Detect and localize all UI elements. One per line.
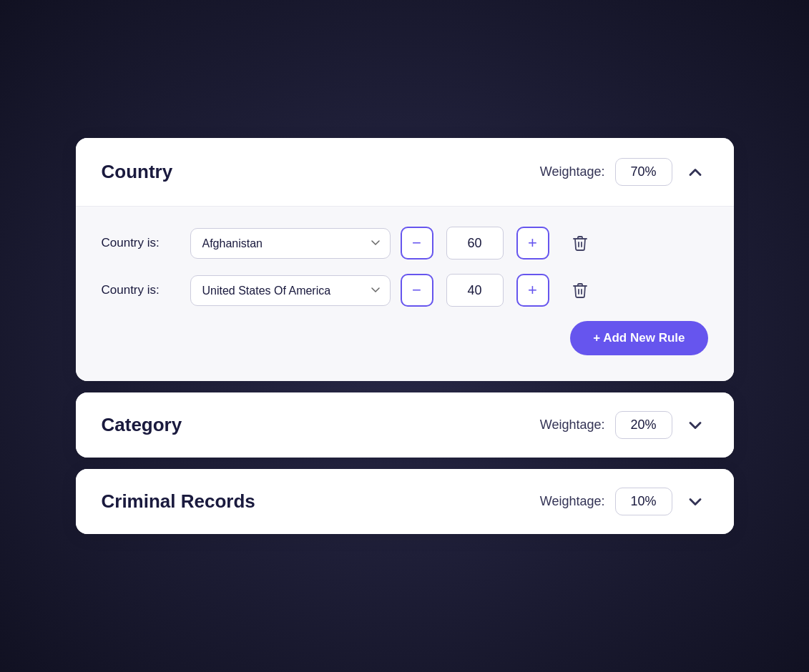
minus-icon-2: − — [412, 281, 421, 300]
country-card-header: Country Weightage: 70% — [76, 138, 734, 206]
rule-1-country-select[interactable]: Afghanistan United States Of America Can… — [190, 228, 391, 259]
category-weightage-label: Weightage: — [540, 417, 605, 433]
criminal-records-weightage-label: Weightage: — [540, 494, 605, 509]
country-card-body: Country is: Afghanistan United States Of… — [76, 206, 734, 381]
country-weightage-label: Weightage: — [540, 164, 605, 179]
add-new-rule-button[interactable]: + Add New Rule — [570, 321, 707, 355]
country-weightage-row: Weightage: 70% — [540, 158, 708, 186]
plus-icon-2: + — [528, 281, 537, 300]
rule-1-delete-button[interactable] — [564, 227, 597, 260]
rule-1-decrement-button[interactable]: − — [401, 227, 433, 260]
rule-row-2: Country is: Afghanistan United States Of… — [102, 274, 708, 307]
rule-2-decrement-button[interactable]: − — [401, 274, 433, 307]
rule-2-label: Country is: — [102, 283, 180, 297]
criminal-records-expand-button[interactable] — [682, 489, 708, 515]
criminal-records-card-title: Criminal Records — [102, 490, 255, 513]
rule-row-1: Country is: Afghanistan United States Of… — [102, 227, 708, 260]
criminal-records-weightage-row: Weightage: 10% — [540, 488, 708, 515]
category-card-header: Category Weightage: 20% — [76, 392, 734, 458]
rule-2-increment-button[interactable]: + — [516, 274, 549, 307]
category-card: Category Weightage: 20% — [76, 392, 734, 458]
criminal-records-card-header: Criminal Records Weightage: 10% — [76, 469, 734, 534]
minus-icon: − — [412, 234, 421, 252]
category-weightage-value: 20% — [615, 411, 672, 439]
rule-1-count-value: 60 — [446, 227, 504, 260]
category-expand-button[interactable] — [682, 412, 708, 438]
add-rule-row: + Add New Rule — [102, 321, 708, 355]
country-card: Country Weightage: 70% Country is: Afgha… — [76, 138, 734, 381]
rule-2-count-value: 40 — [446, 274, 504, 307]
category-weightage-row: Weightage: 20% — [540, 411, 708, 439]
criminal-records-card: Criminal Records Weightage: 10% — [76, 469, 734, 534]
plus-icon: + — [528, 234, 537, 252]
country-collapse-button[interactable] — [682, 159, 708, 185]
rule-1-label: Country is: — [102, 236, 180, 250]
category-card-title: Category — [102, 414, 182, 436]
country-card-title: Country — [102, 161, 173, 183]
country-weightage-value: 70% — [615, 158, 672, 186]
criminal-records-weightage-value: 10% — [615, 488, 672, 515]
rule-2-country-select[interactable]: Afghanistan United States Of America Can… — [190, 275, 391, 306]
rule-1-increment-button[interactable]: + — [516, 227, 549, 260]
main-container: Country Weightage: 70% Country is: Afgha… — [62, 109, 748, 563]
rule-2-delete-button[interactable] — [564, 274, 597, 307]
